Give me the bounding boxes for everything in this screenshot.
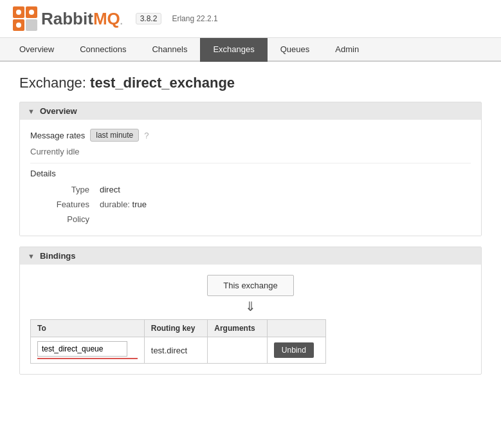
unbind-button[interactable]: Unbind — [274, 342, 314, 358]
policy-row: Policy — [30, 212, 471, 227]
type-row: Type direct — [30, 182, 471, 197]
details-table: Type direct Features durable: true Polic… — [30, 182, 471, 227]
overview-arrow-icon: ▼ — [28, 107, 35, 115]
overview-section: ▼ Overview Message rates last minute ? C… — [19, 102, 482, 236]
features-label: Features — [30, 197, 95, 212]
features-value: durable: true — [95, 197, 471, 212]
message-rates-label: Message rates — [30, 131, 85, 140]
overview-section-header[interactable]: ▼ Overview — [20, 102, 481, 120]
queue-input[interactable] — [37, 341, 127, 357]
svg-point-4 — [16, 10, 21, 15]
queue-underline — [37, 358, 138, 359]
table-row: test.direct Unbind — [31, 337, 326, 364]
version-badge: 3.8.2 — [136, 13, 162, 24]
nav-channels[interactable]: Channels — [139, 38, 200, 62]
col-arguments: Arguments — [208, 320, 268, 337]
svg-point-6 — [16, 23, 21, 28]
durable-key: durable: — [100, 200, 130, 209]
queue-cell — [31, 337, 145, 364]
bindings-body: This exchange ⇓ To Routing key Arguments — [20, 265, 481, 374]
nav-overview[interactable]: Overview — [6, 38, 67, 62]
page-title-prefix: Exchange: — [19, 75, 86, 91]
bindings-section-label: Bindings — [40, 251, 76, 261]
main-nav: Overview Connections Channels Exchanges … — [0, 38, 501, 62]
col-to: To — [31, 320, 145, 337]
type-value: direct — [95, 182, 471, 197]
arrow-down-icon: ⇓ — [245, 300, 256, 313]
erlang-version: Erlang 22.2.1 — [172, 14, 217, 23]
exchange-box-wrapper: This exchange ⇓ — [30, 275, 471, 313]
col-routing-key: Routing key — [144, 320, 207, 337]
policy-label: Policy — [30, 212, 95, 227]
rate-filter-badge[interactable]: last minute — [90, 129, 139, 142]
page-title: Exchange: test_direct_exchange — [19, 75, 482, 91]
arguments-cell — [208, 337, 268, 364]
help-icon[interactable]: ? — [144, 131, 149, 140]
overview-section-body: Message rates last minute ? Currently id… — [20, 120, 481, 236]
header: RabbitMQ. 3.8.2 Erlang 22.2.1 — [0, 0, 501, 38]
main-content: Exchange: test_direct_exchange ▼ Overvie… — [0, 62, 501, 398]
action-cell: Unbind — [267, 337, 325, 364]
bindings-section: ▼ Bindings This exchange ⇓ To Routing ke… — [19, 247, 482, 375]
nav-connections[interactable]: Connections — [67, 38, 139, 62]
idle-text: Currently idle — [30, 147, 471, 156]
nav-queues[interactable]: Queues — [268, 38, 323, 62]
message-rates-row: Message rates last minute ? — [30, 129, 471, 142]
exchange-box: This exchange — [207, 275, 294, 296]
bindings-table-head: To Routing key Arguments — [31, 320, 326, 337]
svg-point-5 — [29, 10, 34, 15]
nav-exchanges-active[interactable]: Exchanges — [200, 38, 267, 62]
overview-section-label: Overview — [40, 106, 77, 116]
logo: RabbitMQ. — [13, 6, 123, 31]
type-label: Type — [30, 182, 95, 197]
exchange-name: test_direct_exchange — [90, 75, 235, 91]
bindings-section-header[interactable]: ▼ Bindings — [20, 247, 481, 265]
rabbitmq-logo-icon — [13, 6, 40, 31]
routing-key-cell: test.direct — [144, 337, 207, 364]
nav-admin[interactable]: Admin — [322, 38, 372, 62]
col-action — [267, 320, 325, 337]
bindings-table-body: test.direct Unbind — [31, 337, 326, 364]
details-label: Details — [30, 163, 471, 178]
logo-text: RabbitMQ. — [41, 9, 123, 29]
bindings-arrow-icon: ▼ — [28, 252, 35, 260]
policy-value — [95, 212, 471, 227]
bindings-table-header-row: To Routing key Arguments — [31, 320, 326, 337]
durable-value: true — [132, 200, 147, 209]
svg-rect-3 — [26, 19, 37, 31]
bindings-table: To Routing key Arguments test.direct — [30, 319, 326, 364]
features-row: Features durable: true — [30, 197, 471, 212]
